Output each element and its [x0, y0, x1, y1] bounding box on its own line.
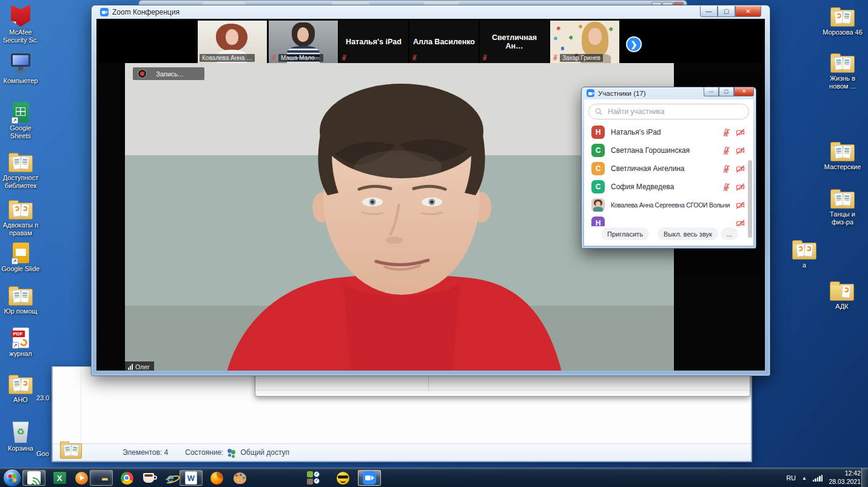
desktop-icon-google-sheets[interactable]: ↗ Google Sheets: [1, 99, 40, 140]
participant-avatar: С: [591, 180, 605, 193]
smiley-sunglasses-icon: [337, 472, 349, 485]
desktop-icon-a[interactable]: а: [786, 237, 823, 269]
desktop-icon-masterskie[interactable]: Мастерские: [821, 138, 864, 171]
minimize-button[interactable]: —: [700, 6, 718, 17]
participant-row[interactable]: Н Наталья's iPad: [584, 123, 753, 141]
desktop-icon-morozova[interactable]: Морозова 46: [821, 4, 864, 36]
taskbar-chrome[interactable]: [115, 470, 138, 486]
participant-row[interactable]: С Светличная Ангелина: [584, 160, 753, 178]
mic-muted-icon: [341, 54, 348, 61]
participant-row[interactable]: С София Медведева: [584, 178, 753, 196]
recording-label: Запись...: [156, 70, 183, 78]
video-thumbnail[interactable]: Алла Василенко: [409, 21, 479, 63]
taskbar-explorer[interactable]: [90, 470, 113, 486]
close-button[interactable]: ✕: [735, 6, 761, 17]
maximize-button[interactable]: ▢: [719, 87, 734, 96]
desktop-icon-recycle-bin[interactable]: ♻ Корзина: [1, 420, 40, 452]
tray-time: 12:42: [829, 469, 861, 478]
checklist-app-icon: ✓✓: [307, 471, 320, 485]
taskbar-smiley-app[interactable]: [331, 470, 354, 486]
more-button[interactable]: ...: [721, 227, 738, 240]
taskbar-internet-explorer[interactable]: e: [159, 470, 182, 486]
desktop-icon-adk[interactable]: АДК: [824, 278, 860, 311]
taskbar-coffee-app[interactable]: [137, 470, 160, 486]
video-thumbnail[interactable]: Ковалева Анна …: [198, 21, 267, 63]
language-indicator[interactable]: RU: [786, 474, 796, 482]
mic-muted-icon: [722, 146, 731, 155]
explorer-pane-divider: [81, 371, 81, 442]
record-icon: [138, 70, 146, 78]
desktop-icon-computer[interactable]: Компьютер: [1, 52, 40, 85]
video-thumbnail[interactable]: Светличная Ан…: [480, 21, 549, 63]
desktop-icon-ano[interactable]: АНО: [1, 371, 40, 404]
audio-signal-icon: [128, 364, 133, 370]
desktop-icon-label-partial[interactable]: 23.0: [36, 394, 49, 401]
mic-muted-icon: [411, 54, 418, 61]
maximize-button[interactable]: ▢: [718, 6, 735, 17]
taskbar-network-app[interactable]: [22, 470, 45, 486]
desktop-icon-mcafee[interactable]: ↗ McAfee Security Sc.: [1, 4, 40, 44]
video-thumbnail[interactable]: Захар Гринев: [550, 21, 619, 63]
desktop-icon-zhizn[interactable]: Жизнь в новом ...: [821, 50, 864, 90]
tray-clock[interactable]: 12:42 28.03.2021: [829, 469, 861, 486]
recording-indicator[interactable]: Запись...: [133, 67, 204, 80]
taskbar-excel[interactable]: X: [48, 470, 71, 486]
participant-search[interactable]: [588, 104, 749, 119]
camera-off-icon: [736, 164, 745, 173]
video-thumbnail[interactable]: Маша Мало…: [269, 21, 338, 63]
chrome-icon: [121, 472, 133, 485]
folder-icon: [8, 196, 33, 220]
next-participants-button[interactable]: ❯: [626, 36, 642, 52]
hidden-icons-arrow[interactable]: ▲: [802, 475, 807, 481]
participant-row[interactable]: Ковалева Анна Сергеевна СГООИ Вольница: [584, 196, 753, 214]
desktop-icon-google-slides[interactable]: ↗ Google Slide: [1, 240, 40, 273]
camera-off-icon: [736, 201, 745, 210]
close-button[interactable]: ✕: [734, 87, 754, 96]
taskbar-paint[interactable]: [228, 470, 251, 486]
zoom-window-title: Zoom Конференция: [112, 8, 180, 16]
participant-row[interactable]: С Светлана Горошинская: [584, 141, 753, 160]
mic-muted-icon: [722, 164, 731, 173]
start-button[interactable]: [3, 469, 21, 487]
invite-button[interactable]: Пригласить: [601, 227, 649, 240]
desktop-icon-label-partial[interactable]: Goo: [36, 450, 49, 457]
desktop-icon-label: АНО: [13, 396, 28, 404]
mic-muted-icon: [722, 128, 731, 137]
mic-muted-icon: [482, 54, 488, 61]
speaker-name: Олег: [135, 363, 150, 371]
taskbar-firefox[interactable]: [205, 470, 228, 486]
folder-icon: [830, 50, 855, 73]
taskbar-zoom[interactable]: [358, 470, 381, 486]
desktop-icon-label: Google Sheets: [10, 124, 31, 140]
desktop-icon-label: журнал: [9, 350, 32, 358]
desktop-icon-zhurnal[interactable]: PDF↗ журнал: [1, 325, 40, 358]
search-input[interactable]: [607, 107, 743, 116]
participant-row-partial[interactable]: Н: [584, 214, 753, 226]
desktop-icon-label: а: [802, 261, 806, 269]
participant-avatar: С: [591, 162, 605, 175]
desktop-icon-advokaty[interactable]: Адвокаты п правам: [1, 196, 40, 237]
participant-name-label: Алла Василенко: [409, 21, 479, 63]
desktop-icon-tantsy[interactable]: Танцы и физ-ра: [821, 186, 864, 226]
video-thumbnail[interactable]: Наталья's iPad: [339, 21, 408, 63]
desktop-icon-yur-pomosh[interactable]: Юр помощ: [1, 283, 40, 315]
desktop-icon-dostupnost[interactable]: Доступност библиотек: [1, 149, 40, 190]
taskbar-word[interactable]: W: [180, 470, 203, 486]
recycle-bin-icon: ♻: [12, 420, 30, 443]
word-document-icon: W: [185, 471, 197, 485]
minimize-button[interactable]: —: [704, 87, 719, 96]
paint-palette-icon: [234, 472, 246, 484]
folder-icon: [59, 442, 82, 459]
taskbar-checklist-app[interactable]: ✓✓: [302, 470, 325, 486]
taskbar: X e W ✓✓ RU ▲ 12:42 28.03.2021: [0, 468, 868, 487]
pdf-icon: PDF↗: [13, 325, 29, 348]
network-app-icon: [27, 471, 41, 485]
scrollbar-thumb[interactable]: [748, 160, 752, 238]
desktop-icon-label: Юр помощ: [4, 307, 37, 315]
show-desktop-button[interactable]: [861, 468, 868, 487]
participants-body: Н Наталья's iPad С Светлана Горошинская: [584, 99, 753, 246]
media-player-icon: [75, 472, 88, 485]
mute-all-button[interactable]: Выкл. весь звук: [658, 227, 718, 240]
network-signal-icon[interactable]: [813, 474, 823, 482]
computer-icon: [8, 52, 33, 75]
